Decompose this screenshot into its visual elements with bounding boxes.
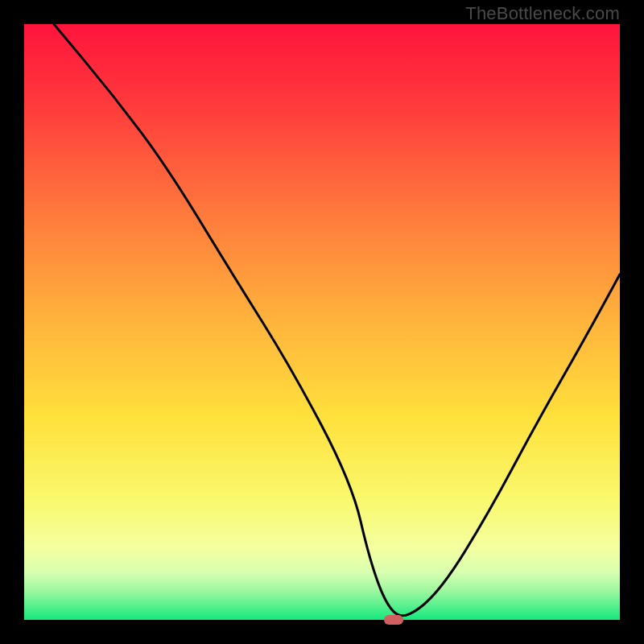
watermark-text: TheBottleneck.com — [465, 3, 620, 24]
bottleneck-curve — [24, 24, 620, 620]
minimum-marker — [384, 615, 403, 625]
plot-area — [24, 24, 620, 620]
chart-frame: TheBottleneck.com — [0, 0, 644, 644]
